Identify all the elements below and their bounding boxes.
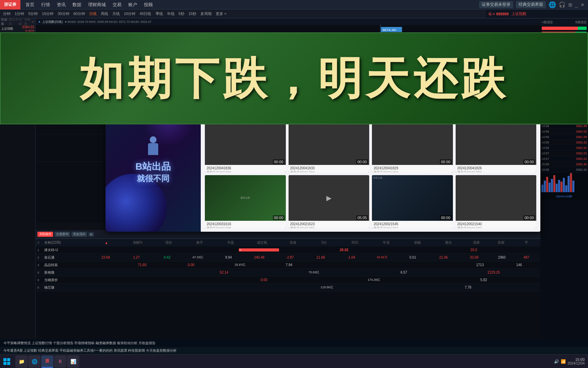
minus-icon[interactable]: _ — [575, 2, 578, 7]
tf-weekly[interactable]: 周线 — [99, 11, 110, 17]
nav-wealth[interactable]: 理财商城 — [88, 2, 106, 8]
stock-row-2[interactable]: 2 壹石通 23.69 1.27 0.42 47.33亿 9.94 240.48… — [36, 254, 540, 261]
card-id-3: 2024120041829 — [374, 166, 451, 170]
row-count-3: 1713 — [460, 263, 500, 267]
row-val2-4: 2229.25 — [449, 271, 539, 274]
sidebar-stock-1[interactable]: 上证指数 3364.65 -0.42% — [0, 25, 35, 33]
taskbar-app-1[interactable]: 📁 — [15, 355, 28, 368]
stock-row-5[interactable]: 9 当钢原价 0.00 174.26亿 5.82 — [36, 276, 540, 284]
duration-3: 00:00 — [440, 159, 452, 164]
col-extra11: 跌家 — [489, 240, 514, 245]
draft-card-1[interactable]: 00:00 2024120041836 更新于2024/12/04 — [205, 119, 286, 172]
row-val-6: 7.78 — [397, 286, 539, 289]
close-icon[interactable]: ✕ — [581, 2, 585, 7]
tf-60min[interactable]: 60分钟 — [72, 11, 86, 17]
nav-info[interactable]: 资讯 — [57, 2, 66, 8]
start-button[interactable] — [0, 355, 14, 368]
volume-icon[interactable]: 🔊 — [554, 359, 559, 364]
g-indicator-bar: G = 999999 上证指数 — [486, 10, 588, 18]
draft-card-3[interactable]: 00:00 2024120041829 更新于2024/12/04 — [372, 119, 453, 172]
bili-content-grid: 00:00 2024120041836 更新于2024/12/04 00:00 … — [201, 116, 540, 232]
classic-mode-button[interactable]: 经典交易界面 — [516, 1, 546, 8]
app-icon-more: 📊 — [70, 359, 76, 364]
nav-invest[interactable]: 投顾 — [144, 2, 153, 8]
col-zhangfumark: ▲ — [91, 241, 122, 245]
stock-price-1: 3364.65 — [22, 25, 34, 29]
tf-15sec[interactable]: 15秒 — [187, 11, 198, 17]
headset-icon[interactable]: 🎧 — [559, 1, 566, 8]
taskbar-app-stock[interactable]: 股 — [41, 355, 53, 368]
login-button[interactable]: 证券交易未登录 — [479, 1, 513, 8]
network-icon[interactable]: 📶 — [561, 359, 566, 364]
tf-5sec[interactable]: 5秒 — [177, 11, 186, 17]
draft-card-2[interactable]: 00:00 2024120041833 更新于2024/12/04 — [289, 119, 370, 172]
nav-trade[interactable]: 交易 — [113, 2, 121, 8]
stock-row-1[interactable]: 1 择夫特-U K 20.02 20.0 — [36, 246, 540, 254]
col-extra10: 涨家 — [464, 240, 489, 245]
tf-more[interactable]: 更多 > — [214, 11, 228, 17]
tf-1min[interactable]: 1分钟 — [13, 11, 26, 17]
nav-account[interactable]: 账户 — [128, 2, 137, 8]
app-logo[interactable]: 浙证券 — [0, 0, 20, 10]
taskbar-app-more[interactable]: 📊 — [67, 355, 79, 368]
row-change-3: 0.00 — [167, 263, 216, 267]
price-12: 3361.58 — [553, 135, 587, 139]
ticker-row-16: 14:57 3362.52 — [540, 156, 588, 162]
nav-market[interactable]: 行情 — [41, 2, 50, 8]
news-content-2: 今平策略调整情况 上证指数行情 个股分析报告 市场情绪指标 融资融券数据 板块轮… — [0, 341, 159, 346]
row-price-4: 52.14 — [179, 271, 269, 274]
stock-row-6[interactable]: 0 驰芯微 119.56亿 7.78 — [36, 284, 540, 291]
nav-data[interactable]: 数据 — [72, 2, 81, 8]
card-thumb-1: 00:00 — [205, 119, 286, 165]
card-thumb-3: 00:00 — [372, 119, 453, 165]
tf-multiperiod[interactable]: 多周期 — [199, 11, 213, 17]
btn-zixuancaozuo-red[interactable]: 关联操作 — [37, 232, 53, 237]
tf-30min[interactable]: 30分钟 — [56, 11, 71, 17]
windows-logo-icon — [3, 357, 11, 366]
grid-icon[interactable]: ⊞ — [568, 2, 572, 7]
bili-logo-text: B站出品 — [135, 160, 171, 173]
tf-monthly[interactable]: 月线 — [111, 11, 121, 17]
tf-daily[interactable]: 日线 — [88, 11, 98, 17]
thumb-news-content: 今日上证 — [372, 175, 453, 221]
time-12: 14:56 — [541, 135, 552, 139]
taskbar-time: 15:00 — [568, 357, 585, 362]
tf-15min[interactable]: 15分钟 — [40, 11, 55, 17]
row-name-1: 择夫特-U — [44, 248, 239, 252]
tf-10min[interactable]: 10分钟 — [122, 11, 137, 17]
card-id-8: 2024120021540 — [457, 222, 535, 226]
draft-card-4[interactable]: 00:00 2024120041826 更新于2024/12/04 — [456, 119, 537, 172]
market-stats-header: A股成交 B股成交 — [540, 18, 588, 26]
tf-season[interactable]: 季线 — [154, 11, 164, 17]
taskbar-app-2[interactable]: 🌐 — [28, 355, 40, 368]
tf-minute[interactable]: 分钟 — [2, 11, 12, 17]
draft-card-8[interactable]: 00:00 2024120021540 更新于2024/12/02 — [456, 175, 537, 228]
nav-home[interactable]: 首页 — [26, 2, 34, 8]
bili-app-icon: B — [59, 359, 62, 364]
draft-card-6[interactable]: ▶ 05:05 2024120021623 更新于2024/12/02 — [289, 175, 370, 228]
btn-jiaoyichaxun[interactable]: 交易查询 — [54, 232, 70, 237]
globe-icon[interactable]: 🌐 — [549, 1, 556, 9]
tf-5min[interactable]: 5分钟 — [27, 11, 39, 17]
stock-row-4[interactable]: 9 新相微 52.14 70.63亿 6.57 2229.25 — [36, 269, 540, 276]
draft-card-5[interactable]: 股市分析 00:00 2024120031616 更新于2024/12/08 — [205, 175, 286, 228]
btn-zijinliuxiang[interactable]: 资金流向 — [71, 232, 87, 237]
col-extra5: 5分 — [309, 240, 340, 245]
right-volume-bars — [540, 172, 588, 193]
stock-row-3[interactable]: 3 晶品特装 71.60 0.00 25.87亿 7.94 1713 146 — [36, 261, 540, 269]
date-label: 2024/11/22际 — [540, 193, 588, 200]
tf-45day[interactable]: 45日线 — [138, 11, 152, 17]
row-v4-2: 11.68 — [305, 256, 336, 259]
ticker-row-17: 15:00 3362.42 — [540, 162, 588, 167]
tf-annual[interactable]: 年线 — [166, 11, 176, 17]
ticker-row-14: 14:56 3362.62 — [540, 145, 588, 151]
sidebar-label-expand[interactable]: ⊞ — [32, 20, 34, 24]
btn-k[interactable]: B — [88, 232, 94, 236]
taskbar-app-bili[interactable]: B — [54, 355, 66, 368]
row-extra-3: 25.87亿 — [216, 263, 265, 267]
col-extra2: 市盈 — [215, 240, 246, 245]
row-change-2b: 0.42 — [152, 256, 182, 259]
draft-card-7[interactable]: 今日上证 00:00 2024120021545 更新于2024/12/02 — [372, 175, 453, 228]
time-18: 19:00 — [541, 168, 552, 171]
row-price-3: 71.60 — [118, 263, 167, 267]
